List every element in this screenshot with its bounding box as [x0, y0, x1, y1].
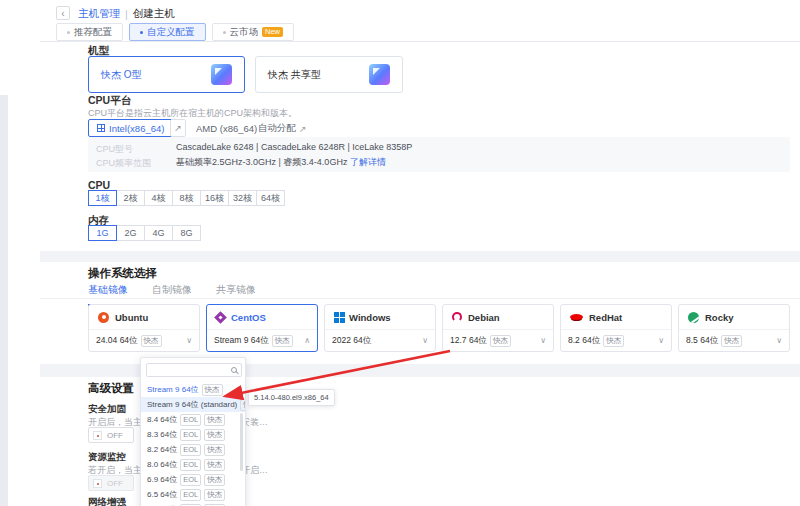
platform-external-link-button[interactable]: ↗: [170, 119, 186, 137]
chevron-down-icon[interactable]: ∨: [540, 336, 546, 345]
dropdown-option-6-9[interactable]: 6.9 64位 EOL 快杰: [141, 472, 245, 487]
os-tab-custom-image[interactable]: 自制镜像: [152, 283, 192, 306]
os-name: Ubuntu: [115, 312, 148, 323]
tab-standard-config[interactable]: 推荐配置: [56, 23, 123, 41]
cpu-option-4core[interactable]: 4核: [144, 190, 173, 206]
model-card-kuaijie-o[interactable]: 快杰 O型: [88, 56, 245, 93]
os-card-rocky[interactable]: Rocky 8.5 64位 快杰 ∨: [678, 304, 790, 352]
memory-option-2g[interactable]: 2G: [116, 225, 145, 241]
memory-option-1g[interactable]: 1G: [88, 225, 117, 241]
back-button[interactable]: ‹: [56, 6, 70, 20]
external-link-icon: ↗: [174, 123, 182, 133]
os-version: 8.5 64位: [686, 335, 718, 347]
os-card-centos[interactable]: CentOS Stream 9 64位 快杰 ∧: [206, 304, 318, 352]
os-version: Stream 9 64位: [214, 335, 269, 347]
memory-options: 1G 2G 4G 8G: [88, 225, 201, 241]
cpu-option-1core[interactable]: 1核: [88, 190, 117, 206]
os-version: 2022 64位: [332, 335, 371, 347]
dropdown-scrollbar[interactable]: [240, 413, 243, 471]
os-image-tabs: 基础镜像 自制镜像 共享镜像: [88, 283, 256, 306]
chevron-down-icon[interactable]: ∨: [422, 336, 428, 345]
os-card-ubuntu-version-select[interactable]: 24.04 64位 快杰 ∨: [89, 330, 199, 351]
option-label: 8.3 64位: [147, 429, 177, 440]
kuaijie-badge: 快杰: [240, 399, 245, 411]
config-mode-tabs: 推荐配置 自定义配置 云市场 New: [56, 23, 294, 41]
cpu-option-64core[interactable]: 64核: [256, 190, 285, 206]
kuaijie-badge: 快杰: [204, 459, 225, 471]
os-tab-shared-image[interactable]: 共享镜像: [216, 283, 256, 306]
model-card-kuaijie-shared[interactable]: 快杰 共享型: [255, 56, 403, 93]
tab-custom-config[interactable]: 自定义配置: [129, 23, 206, 41]
dropdown-option-8-3[interactable]: 8.3 64位 EOL 快杰: [141, 427, 245, 442]
os-card-debian-version-select[interactable]: 12.7 64位 快杰 ∨: [443, 330, 553, 351]
os-card-centos-version-select[interactable]: Stream 9 64位 快杰 ∧: [207, 330, 317, 351]
os-card-windows[interactable]: Windows 2022 64位 ∨: [324, 304, 436, 352]
divider: [40, 298, 800, 299]
tab-dot-icon: [67, 31, 70, 34]
kuaijie-badge: 快杰: [721, 335, 742, 347]
tab-cloud-market[interactable]: 云市场 New: [212, 23, 295, 41]
amd-platform-button[interactable]: AMD (x86_64): [196, 123, 257, 134]
chevron-down-icon[interactable]: ∨: [658, 336, 664, 345]
resource-monitor-toggle[interactable]: OFF: [88, 475, 134, 491]
dropdown-option-8-4[interactable]: 8.4 64位 EOL 快杰: [141, 412, 245, 427]
eol-badge: EOL: [180, 444, 201, 456]
dropdown-option-stream9-standard[interactable]: Stream 9 64位 (standard) 快杰: [141, 397, 245, 412]
kuaijie-logo-icon: [369, 64, 390, 85]
os-card-rocky-header: Rocky: [679, 305, 789, 330]
kuaijie-badge: 快杰: [204, 414, 225, 426]
network-enhancement-label: 网络增强: [88, 496, 126, 506]
resource-monitor-label: 资源监控: [88, 451, 126, 464]
toggle-state-label: OFF: [107, 431, 123, 440]
security-hardening-toggle[interactable]: OFF: [88, 427, 134, 443]
memory-option-4g[interactable]: 4G: [144, 225, 173, 241]
os-card-ubuntu[interactable]: Ubuntu 24.04 64位 快杰 ∨: [88, 304, 200, 352]
os-card-windows-version-select[interactable]: 2022 64位 ∨: [325, 330, 435, 351]
option-label: Stream 9 64位: [147, 384, 199, 395]
option-label: Stream 9 64位 (standard): [147, 399, 237, 410]
dropdown-search-box[interactable]: [146, 363, 242, 377]
cpu-option-2core[interactable]: 2核: [116, 190, 145, 206]
dropdown-search-input[interactable]: [161, 366, 231, 375]
chevron-down-icon[interactable]: ∨: [776, 336, 782, 345]
cpu-freq-label: CPU频率范围: [96, 157, 151, 170]
os-tab-base-image[interactable]: 基础镜像: [88, 283, 128, 306]
os-card-debian[interactable]: Debian 12.7 64位 快杰 ∨: [442, 304, 554, 352]
breadcrumb-host-management[interactable]: 主机管理: [78, 7, 120, 21]
os-name: RedHat: [589, 312, 622, 323]
os-card-redhat-version-select[interactable]: 8.2 64位 快杰 ∨: [561, 330, 671, 351]
os-version: 8.2 64位: [568, 335, 600, 347]
advanced-section-title: 高级设置: [88, 381, 134, 396]
chevron-up-icon[interactable]: ∧: [304, 336, 310, 345]
divider: [40, 41, 800, 42]
ubuntu-icon: [98, 312, 109, 323]
learn-more-link[interactable]: 了解详情: [350, 157, 386, 167]
dropdown-option-6-4[interactable]: 6.4 64位 EOL 快杰: [141, 502, 245, 506]
auto-assign-option[interactable]: 自动分配 ↗: [258, 122, 307, 135]
eol-badge: EOL: [180, 474, 201, 486]
toggle-knob-icon: [93, 431, 102, 440]
kuaijie-badge: 快杰: [204, 429, 225, 441]
intel-platform-button[interactable]: Intel(x86_64): [88, 119, 173, 137]
os-card-centos-header: CentOS: [207, 305, 317, 330]
kuaijie-badge: 快杰: [490, 335, 511, 347]
cpu-option-8core[interactable]: 8核: [172, 190, 201, 206]
intel-chip-icon: [97, 124, 105, 132]
os-card-rocky-version-select[interactable]: 8.5 64位 快杰 ∨: [679, 330, 789, 351]
eol-badge: EOL: [180, 429, 201, 441]
dropdown-option-stream9[interactable]: Stream 9 64位 快杰: [141, 382, 245, 397]
toggle-state-label: OFF: [107, 479, 123, 488]
chevron-down-icon[interactable]: ∨: [186, 336, 192, 345]
os-section-title: 操作系统选择: [88, 266, 157, 281]
centos-icon: [214, 311, 227, 324]
cpu-option-32core[interactable]: 32核: [228, 190, 257, 206]
auto-assign-label: 自动分配: [258, 122, 296, 135]
dropdown-option-6-5[interactable]: 6.5 64位 EOL 快杰: [141, 487, 245, 502]
dropdown-option-8-2[interactable]: 8.2 64位 EOL 快杰: [141, 442, 245, 457]
cpu-core-options: 1核 2核 4核 8核 16核 32核 64核: [88, 190, 285, 206]
dropdown-option-8-0[interactable]: 8.0 64位 EOL 快杰: [141, 457, 245, 472]
memory-option-8g[interactable]: 8G: [172, 225, 201, 241]
cpu-option-16core[interactable]: 16核: [200, 190, 229, 206]
os-card-redhat[interactable]: RedHat 8.2 64位 快杰 ∨: [560, 304, 672, 352]
kernel-version-tooltip: 5.14.0-480.el9.x86_64: [248, 389, 335, 406]
